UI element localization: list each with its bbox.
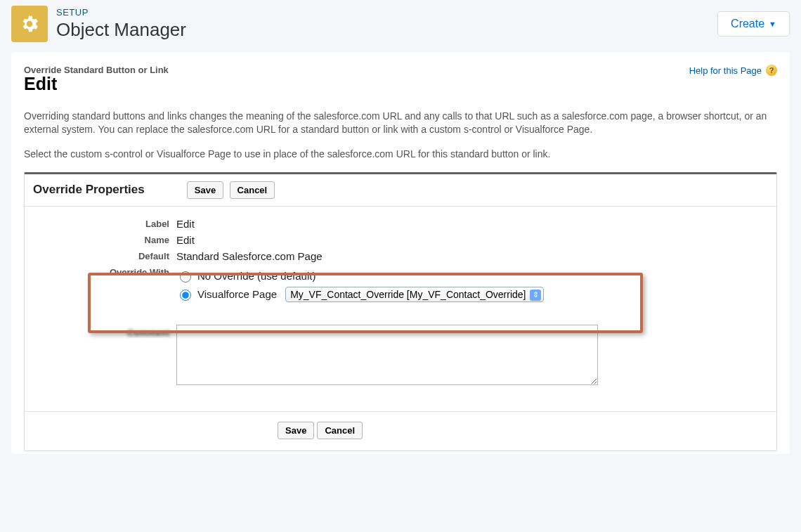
- comment-label: Comment: [36, 325, 176, 338]
- comment-textarea[interactable]: [176, 325, 598, 385]
- cancel-button-bottom[interactable]: Cancel: [317, 422, 363, 439]
- cancel-button-top[interactable]: Cancel: [230, 181, 275, 199]
- chevron-down-icon: ▼: [769, 20, 776, 28]
- row-name: Name Edit: [36, 234, 765, 246]
- default-value: Standard Salesforce.com Page: [176, 250, 765, 262]
- label-label: Label: [36, 218, 176, 229]
- row-override: Override With No Override (use default) …: [36, 266, 765, 306]
- radio-visualforce-row: Visualforce Page My_VF_Contact_Override …: [176, 287, 765, 302]
- save-button-bottom[interactable]: Save: [278, 422, 314, 439]
- radio-no-override-label: No Override (use default): [197, 270, 315, 282]
- panel-foot: Save Cancel: [25, 411, 776, 450]
- form-body: Label Edit Name Edit Default Standard Sa…: [25, 207, 776, 411]
- radio-visualforce[interactable]: [180, 290, 191, 301]
- help-link[interactable]: Help for this Page ?: [689, 65, 777, 76]
- content-card: Override Standard Button or Link Edit He…: [11, 52, 790, 454]
- row-comment: Comment: [36, 325, 765, 387]
- panel-head: Override Properties Save Cancel: [25, 174, 776, 207]
- page-title: Object Manager: [56, 19, 709, 41]
- radio-visualforce-label: Visualforce Page: [197, 288, 277, 300]
- row-default: Default Standard Salesforce.com Page: [36, 250, 765, 262]
- radio-no-override-row: No Override (use default): [176, 269, 765, 283]
- header-crumb: SETUP: [56, 7, 709, 18]
- radio-no-override[interactable]: [180, 271, 191, 283]
- vf-select-wrap: My_VF_Contact_Override [My_VF_Contact_Ov…: [281, 287, 544, 302]
- setup-header: SETUP Object Manager Create ▼: [0, 0, 801, 52]
- gear-icon: [11, 6, 48, 42]
- description-paragraph-2: Select the custom s-control or Visualfor…: [24, 148, 777, 161]
- save-button-top[interactable]: Save: [187, 181, 223, 199]
- override-panel: Override Properties Save Cancel Label Ed…: [24, 172, 777, 451]
- create-label: Create: [731, 18, 764, 30]
- default-label: Default: [36, 250, 176, 261]
- name-value: Edit: [176, 234, 765, 246]
- create-button[interactable]: Create ▼: [717, 11, 790, 37]
- description-paragraph-1: Overriding standard buttons and links ch…: [24, 110, 777, 136]
- name-label: Name: [36, 234, 176, 245]
- help-label: Help for this Page: [689, 65, 762, 76]
- help-icon: ?: [766, 65, 777, 76]
- label-value: Edit: [176, 218, 765, 230]
- card-title: Edit: [24, 74, 169, 94]
- override-label: Override With: [36, 266, 176, 278]
- description-block: Overriding standard buttons and links ch…: [24, 110, 777, 161]
- row-label: Label Edit: [36, 218, 765, 230]
- visualforce-page-select[interactable]: My_VF_Contact_Override [My_VF_Contact_Ov…: [285, 287, 544, 302]
- panel-title: Override Properties: [33, 183, 145, 197]
- header-text: SETUP Object Manager: [56, 7, 709, 41]
